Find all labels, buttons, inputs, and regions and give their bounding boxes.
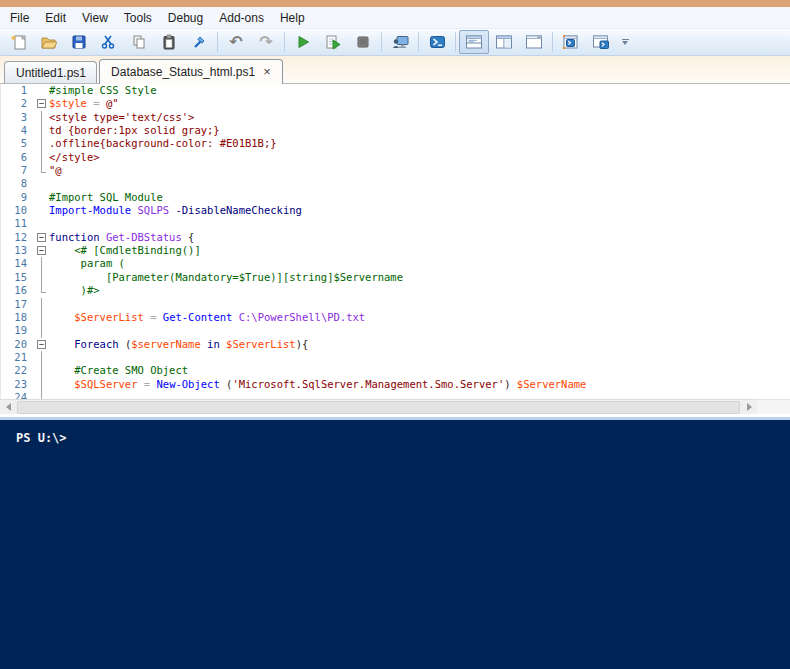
code-line[interactable]: 17 xyxy=(1,298,790,311)
menu-help[interactable]: Help xyxy=(272,8,313,28)
code-text: td {border:1px solid gray;} xyxy=(49,124,220,137)
code-text: $style = @" xyxy=(49,97,119,110)
scrollbar-corner xyxy=(757,399,790,414)
window-top-edge xyxy=(0,0,790,7)
open-script-button[interactable] xyxy=(34,30,64,54)
show-script-pane-maximized-button[interactable] xyxy=(519,30,549,54)
fold-collapse-icon[interactable]: − xyxy=(37,233,46,242)
clear-console-pane-button[interactable] xyxy=(184,30,214,54)
undo-button[interactable]: ↶ xyxy=(221,30,251,54)
run-selection-button[interactable] xyxy=(318,30,348,54)
code-line[interactable]: 6</style> xyxy=(1,151,790,164)
code-line[interactable]: 4td {border:1px solid gray;} xyxy=(1,124,790,137)
code-line[interactable]: 22 #Create SMO Object xyxy=(1,364,790,377)
fold-margin[interactable]: − xyxy=(35,231,49,244)
scrollbar-thumb[interactable] xyxy=(17,401,740,414)
fold-margin xyxy=(35,191,49,204)
menu-file[interactable]: File xyxy=(2,8,37,28)
fold-collapse-icon[interactable]: − xyxy=(37,340,46,349)
fold-margin xyxy=(35,298,49,311)
code-line[interactable]: 10Import-Module SQLPS -DisableNameChecki… xyxy=(1,204,790,217)
code-line[interactable]: 11 xyxy=(1,217,790,230)
toolbar-overflow-button[interactable] xyxy=(618,30,632,54)
fold-margin[interactable]: − xyxy=(35,244,49,257)
code-line[interactable]: 8 xyxy=(1,177,790,190)
code-line[interactable]: 16 )#> xyxy=(1,284,790,297)
scissors-icon xyxy=(101,34,117,50)
run-selection-icon xyxy=(325,34,341,50)
code-line[interactable]: 23 $SQLServer = New-Object ('Microsoft.S… xyxy=(1,378,790,391)
line-number: 8 xyxy=(1,177,35,190)
layout-top-icon xyxy=(465,34,483,50)
stop-operation-button[interactable] xyxy=(348,30,378,54)
window-powershell-corner-icon xyxy=(592,34,610,50)
code-line[interactable]: 12−function Get-DBStatus { xyxy=(1,231,790,244)
fold-margin xyxy=(35,151,49,164)
run-script-button[interactable] xyxy=(288,30,318,54)
code-line[interactable]: 15 [Parameter(Mandatory=$True)][string]$… xyxy=(1,271,790,284)
code-line[interactable]: 18 $ServerList = Get-Content C:\PowerShe… xyxy=(1,311,790,324)
line-number: 1 xyxy=(1,84,35,97)
menu-bar: FileEditViewToolsDebugAdd-onsHelp xyxy=(0,7,790,29)
code-line[interactable]: 13− <# [CmdletBinding()] xyxy=(1,244,790,257)
paste-button[interactable] xyxy=(154,30,184,54)
chevron-down-icon xyxy=(622,41,628,45)
tab-label: Database_Status_html.ps1 xyxy=(111,65,255,79)
new-script-button[interactable] xyxy=(4,30,34,54)
menu-addons[interactable]: Add-ons xyxy=(211,8,272,28)
new-remote-powershell-tab-button[interactable] xyxy=(385,30,415,54)
menu-tools[interactable]: Tools xyxy=(116,8,160,28)
stop-square-icon xyxy=(355,34,371,50)
code-line[interactable]: 14 param ( xyxy=(1,257,790,270)
console-prompt[interactable]: PS U:\> xyxy=(16,431,67,445)
menu-debug[interactable]: Debug xyxy=(160,8,211,28)
cut-button[interactable] xyxy=(94,30,124,54)
editor-horizontal-scrollbar[interactable] xyxy=(0,399,757,414)
console-pane[interactable]: PS U:\> xyxy=(0,420,790,669)
tab-close-icon[interactable]: × xyxy=(262,67,272,77)
scroll-left-arrow[interactable] xyxy=(0,400,16,415)
code-line[interactable]: 2−$style = @" xyxy=(1,97,790,110)
code-line[interactable]: 3<style type='text/css'> xyxy=(1,111,790,124)
code-line[interactable]: 1#simple CSS Style xyxy=(1,84,790,97)
tab-database-status-html[interactable]: Database_Status_html.ps1 × xyxy=(99,59,283,84)
undo-icon: ↶ xyxy=(229,34,242,50)
code-text: <# [CmdletBinding()] xyxy=(49,244,201,257)
script-pane-window-2-button[interactable] xyxy=(586,30,616,54)
fold-margin[interactable]: − xyxy=(35,338,49,351)
fold-margin[interactable]: − xyxy=(35,97,49,110)
copy-button[interactable] xyxy=(124,30,154,54)
code-line[interactable]: 7"@ xyxy=(1,164,790,177)
script-pane-window-1-button[interactable] xyxy=(556,30,586,54)
tab-label: Untitled1.ps1 xyxy=(16,66,86,80)
start-powershell-button[interactable] xyxy=(422,30,452,54)
scroll-right-arrow[interactable] xyxy=(741,400,757,415)
toolbar-separator xyxy=(418,32,419,52)
fold-collapse-icon[interactable]: − xyxy=(37,99,46,108)
code-text: .offline{background-color: #E01B1B;} xyxy=(49,137,277,150)
code-line[interactable]: 9#Import SQL Module xyxy=(1,191,790,204)
line-number: 12 xyxy=(1,231,35,244)
save-script-button[interactable] xyxy=(64,30,94,54)
toolbar-separator xyxy=(455,32,456,52)
tab-bar: Untitled1.ps1 Database_Status_html.ps1 × xyxy=(0,56,790,84)
remote-computer-icon xyxy=(392,34,409,50)
code-line[interactable]: 20− Foreach ($serverName in $ServerList)… xyxy=(1,338,790,351)
menu-view[interactable]: View xyxy=(74,8,116,28)
code-line[interactable]: 24 xyxy=(1,391,790,399)
line-number: 20 xyxy=(1,338,35,351)
menu-edit[interactable]: Edit xyxy=(37,8,74,28)
code-line[interactable]: 19 xyxy=(1,324,790,337)
code-line[interactable]: 21 xyxy=(1,351,790,364)
fold-margin xyxy=(35,271,49,284)
show-script-pane-top-button[interactable] xyxy=(459,30,489,54)
line-number: 18 xyxy=(1,311,35,324)
code-line[interactable]: 5.offline{background-color: #E01B1B;} xyxy=(1,137,790,150)
show-script-pane-right-button[interactable] xyxy=(489,30,519,54)
editor-hscrollbar-zone xyxy=(0,399,790,416)
redo-button[interactable]: ↷ xyxy=(251,30,281,54)
fold-collapse-icon[interactable]: − xyxy=(37,246,46,255)
code-text: #simple CSS Style xyxy=(49,84,156,97)
script-editor-pane[interactable]: 1#simple CSS Style2−$style = @"3<style t… xyxy=(0,84,790,399)
tab-untitled1[interactable]: Untitled1.ps1 xyxy=(4,61,97,83)
